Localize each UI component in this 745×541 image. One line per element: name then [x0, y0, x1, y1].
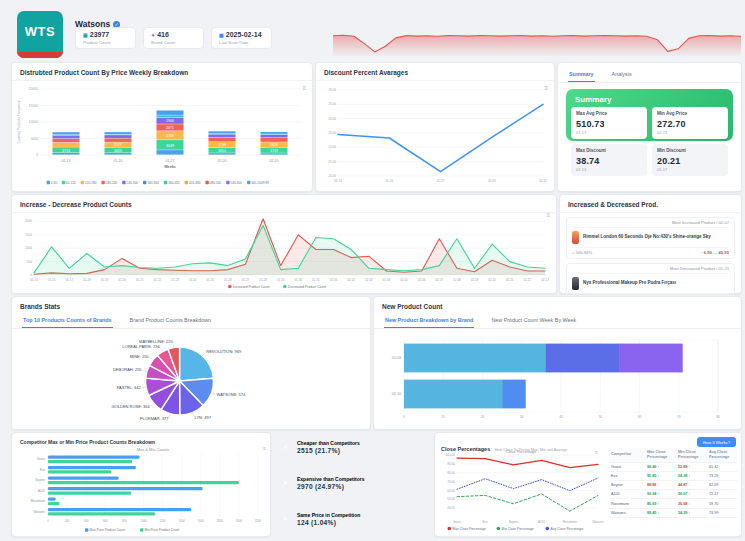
card-title: Cheaper than Competitors: [297, 440, 360, 446]
summary-card-max-discount: Max Discount 38.74 02-13: [571, 144, 647, 176]
svg-text:1713: 1713: [62, 149, 70, 153]
svg-text:Close Percentage: Close Percentage: [506, 450, 536, 454]
competitor-minmax-chart: Max & Min Counts020040060080010001200140…: [14, 445, 266, 534]
svg-text:Max Close Percentage: Max Close Percentage: [453, 527, 487, 531]
cell-competitor: Boyner: [611, 483, 647, 487]
svg-text:02-04: 02-04: [383, 278, 391, 282]
price-trend-sparkline: [333, 24, 741, 56]
cheaper-card: ✓ Cheaper than Competitors 2515 (21.7%): [273, 432, 430, 462]
svg-text:1606: 1606: [270, 143, 278, 147]
cell-max-close: 96.46 ↑: [647, 465, 678, 469]
svg-text:Min Close Percentage: Min Close Percentage: [502, 527, 535, 531]
svg-text:01-20: 01-20: [114, 159, 123, 163]
svg-text:1400: 1400: [179, 519, 186, 523]
svg-text:01-23: 01-23: [171, 278, 179, 282]
close-percentage-chart: 40.0050.0060.0070.0080.0090.00100.00Grat…: [437, 448, 605, 533]
svg-text:02-01: 02-01: [330, 278, 338, 282]
calendar-icon: ▦: [219, 32, 224, 38]
svg-text:02-03: 02-03: [488, 179, 496, 183]
svg-text:1738: 1738: [218, 143, 226, 147]
svg-text:80: 80: [716, 415, 720, 419]
svg-text:21.00: 21.00: [328, 160, 336, 164]
svg-text:26.00: 26.00: [328, 88, 336, 92]
table-header: CompetitorMax Close PercentageMin Close …: [609, 448, 737, 463]
svg-text:1651: 1651: [218, 149, 226, 153]
svg-text:FLORMAR: 377: FLORMAR: 377: [140, 416, 169, 421]
tab-top10-brands[interactable]: Top 10 Products Counts of Brands: [22, 314, 113, 328]
svg-text:24.00: 24.00: [328, 117, 336, 121]
svg-text:1200: 1200: [159, 519, 166, 523]
header-stats: ▣23977 Product Count ✦416 Brand Count ▦2…: [75, 27, 272, 49]
brands-pie-chart: REVOLUTION: 969WATSONS: 574LYN: 497FLORM…: [16, 335, 364, 425]
brands-tabs: Top 10 Products Counts of Brands Brand P…: [12, 314, 370, 329]
svg-text:Gratis: Gratis: [37, 457, 46, 461]
svg-text:50.00: 50.00: [447, 497, 455, 501]
svg-text:10: 10: [441, 415, 445, 419]
svg-text:02-10: 02-10: [270, 159, 279, 163]
stacked-bar-svg: 05000100001500020000171301-131655157701-…: [14, 83, 308, 188]
svg-text:02-03: 02-03: [392, 356, 401, 360]
svg-text:600-2049.99: 600-2049.99: [251, 181, 269, 185]
svg-text:02-11: 02-11: [506, 278, 514, 282]
mover-percent: + 565.94%: [572, 250, 592, 255]
svg-text:LOREAL PARIS: 236: LOREAL PARIS: 236: [122, 344, 160, 349]
svg-text:480-540: 480-540: [210, 181, 222, 185]
cell-avg-close: 72.17: [709, 492, 735, 496]
cell-competitor: Rossmann: [611, 502, 647, 506]
svg-text:800: 800: [122, 519, 127, 523]
svg-text:02-03: 02-03: [365, 278, 373, 282]
svg-text:A101: A101: [38, 489, 45, 493]
svg-text:1800: 1800: [217, 519, 224, 523]
stat-chip-brand-count: ✦416 Brand Count: [143, 27, 204, 49]
tab-analysis[interactable]: Analysis: [611, 68, 633, 82]
svg-text:Counted Products Frequency: Counted Products Frequency: [17, 100, 21, 143]
svg-text:01-20: 01-20: [385, 179, 393, 183]
svg-text:50: 50: [598, 415, 602, 419]
panel-price-breakdown: Distrubted Product Count By Price Weekly…: [11, 62, 313, 192]
svg-text:Rossmann: Rossmann: [563, 520, 578, 524]
svg-text:01-27: 01-27: [437, 179, 445, 183]
price-breakdown-chart: 05000100001500020000171301-131655157701-…: [14, 83, 308, 188]
svg-text:01-27: 01-27: [242, 278, 250, 282]
cell-min-close: 52.89 ↑: [678, 465, 709, 469]
stat-label: Product Count: [83, 40, 127, 45]
svg-text:MINE: 250: MINE: 250: [130, 354, 150, 359]
line-chart-svg: 40.0050.0060.0070.0080.0090.00100.00Grat…: [437, 448, 605, 533]
stat-label: Last Scan Date: [219, 40, 263, 45]
svg-text:1577: 1577: [114, 143, 122, 147]
mover-header: Most Decreased Product / 01-21: [572, 266, 729, 274]
cell-max-close: 95.85 ↑: [647, 474, 678, 478]
svg-text:Weeks: Weeks: [164, 165, 176, 169]
panel-title: Increased & Decreased Prod.: [560, 195, 741, 213]
table-row: Rossmann 85.69 ↑ 36.68 ↓ 59.70: [609, 499, 737, 508]
tab-brand-breakdown[interactable]: Brand Product Counts Breakdown: [129, 314, 213, 328]
svg-text:5000: 5000: [31, 137, 39, 141]
tab-new-product-week[interactable]: New Product Count Week By Week: [490, 314, 577, 328]
line-chart-svg: 20.0021.0022.0023.0024.0025.0026.0001-13…: [318, 85, 550, 187]
how-it-works-button[interactable]: How It Works?: [697, 437, 736, 447]
tab-new-product-by-brand[interactable]: New Product Breakdown by Brand: [384, 314, 474, 328]
cell-avg-close: 73.29: [709, 474, 735, 478]
svg-text:01-28: 01-28: [259, 278, 267, 282]
svg-text:0: 0: [30, 273, 32, 277]
svg-text:01-17: 01-17: [65, 278, 73, 282]
panel-close-percentages: Close Percentages How Close To Pricing M…: [434, 432, 742, 537]
new-product-tabs: New Product Breakdown by Brand New Produ…: [374, 314, 741, 329]
svg-text:02-10: 02-10: [488, 278, 496, 282]
svg-text:01-25: 01-25: [206, 278, 214, 282]
summary-card-min-avg-price: Min Avg Price 272.70 02-13: [652, 107, 728, 139]
panel-new-product-count: New Product Count New Product Breakdown …: [373, 296, 742, 430]
brand-logo: WTS: [17, 11, 63, 58]
svg-text:01-29: 01-29: [277, 278, 285, 282]
new-product-chart: 0102030405060708002-0302-10: [380, 337, 732, 425]
panel-discount: Discount Percent Avarages ≡ 20.0021.0022…: [315, 62, 555, 192]
svg-text:Boyner: Boyner: [35, 478, 45, 482]
table-row: Watsons 89.45 ↑ 54.29 ↑ 73.99: [609, 509, 737, 518]
tab-summary[interactable]: Summary: [568, 68, 595, 82]
cell-competitor: Watsons: [611, 511, 647, 515]
card-title: Same Price in Competition: [297, 512, 360, 518]
cross-icon: ✕: [280, 478, 291, 489]
svg-text:25.00: 25.00: [328, 102, 336, 106]
card-value: 2515 (21.7%): [297, 447, 360, 454]
svg-text:0: 0: [36, 153, 38, 157]
